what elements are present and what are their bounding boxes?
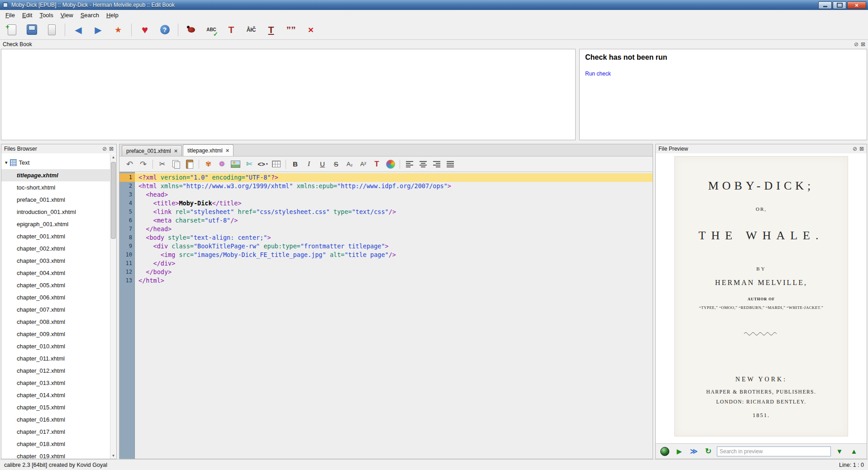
file-item[interactable]: epigraph_001.xhtml (1, 218, 116, 230)
code-line[interactable]: 13</html> (119, 276, 653, 285)
check-splitter[interactable] (576, 49, 579, 140)
file-item[interactable]: chapter_003.xhtml (1, 255, 116, 267)
insert-snippet-icon[interactable]: ❁ (216, 158, 228, 170)
text-color-icon[interactable]: T (371, 158, 383, 170)
preview-search-input[interactable] (717, 446, 831, 456)
subset-fonts-icon[interactable]: T (263, 22, 279, 38)
minimize-button[interactable] (818, 1, 832, 9)
file-item[interactable]: chapter_010.xhtml (1, 340, 116, 352)
paste-icon[interactable] (183, 158, 196, 170)
menu-search[interactable]: Search (77, 11, 103, 19)
tab-close-icon[interactable]: × (226, 147, 229, 154)
menu-file[interactable]: File (2, 11, 19, 19)
code-line[interactable]: 8 <body style="text-align: center;"> (119, 233, 653, 242)
transliterate-icon[interactable]: ÅłČ (243, 22, 259, 38)
back-icon[interactable]: ◀ (70, 22, 86, 38)
code-line[interactable]: 12 </body> (119, 268, 653, 276)
remove-unused-css-icon[interactable]: × (303, 22, 319, 38)
new-file-icon[interactable] (4, 22, 20, 38)
file-item[interactable]: chapter_019.xhtml (1, 450, 116, 459)
special-character-icon[interactable]: ✾ (202, 158, 215, 170)
editor-tab[interactable]: titlepage.xhtml× (183, 144, 234, 156)
code-editor[interactable]: 1<?xml version="1.0" encoding="UTF-8"?>2… (119, 172, 653, 459)
menu-help[interactable]: Help (103, 11, 122, 19)
refresh-preview-icon[interactable]: ↻ (702, 446, 714, 457)
menu-view[interactable]: View (57, 11, 77, 19)
code-line[interactable]: 6 <meta charset="utf-8"/> (119, 216, 653, 225)
file-item[interactable]: toc-short.xhtml (1, 181, 116, 194)
file-item[interactable]: chapter_013.xhtml (1, 377, 116, 389)
superscript-icon[interactable]: A² (357, 158, 369, 170)
code-line[interactable]: 5 <link rel="stylesheet" href="css/style… (119, 208, 653, 216)
files-scrollbar[interactable]: ▲ ▼ (110, 154, 116, 459)
float-dock-icon[interactable]: ⊘ (102, 146, 107, 152)
file-item[interactable]: chapter_012.xhtml (1, 365, 116, 377)
code-line[interactable]: 11 </div> (119, 259, 653, 268)
preview-content[interactable]: MOBY-DICK; OR, THE WHALE. BY HERMAN MELV… (656, 153, 867, 443)
file-item[interactable]: chapter_011.xhtml (1, 352, 116, 365)
file-item[interactable]: chapter_007.xhtml (1, 304, 116, 316)
file-item[interactable]: chapter_014.xhtml (1, 389, 116, 401)
horizontal-splitter[interactable] (0, 140, 868, 144)
underline-icon[interactable]: U (316, 158, 329, 170)
forward-icon[interactable]: ▶ (90, 22, 106, 38)
close-dock-icon[interactable]: ⊠ (861, 41, 865, 47)
code-line[interactable]: 1<?xml version="1.0" encoding="UTF-8"?> (119, 173, 653, 182)
donate-icon[interactable]: ♥ (137, 22, 153, 38)
smarten-punctuation-icon[interactable]: ”” (283, 22, 299, 38)
file-item[interactable]: chapter_001.xhtml (1, 230, 116, 242)
split-file-icon[interactable]: ✄ (243, 158, 255, 170)
insert-tag-icon[interactable]: <>▾ (257, 158, 269, 170)
float-dock-icon[interactable]: ⊘ (853, 146, 857, 152)
insert-image-icon[interactable] (229, 158, 242, 170)
file-item[interactable]: chapter_008.xhtml (1, 316, 116, 328)
check-results-list[interactable] (1, 49, 576, 140)
file-item[interactable]: chapter_009.xhtml (1, 328, 116, 340)
run-preview-icon[interactable]: ▶ (673, 446, 685, 457)
scroll-down-icon[interactable]: ▼ (110, 452, 116, 459)
italic-icon[interactable]: I (303, 158, 315, 170)
bold-icon[interactable]: B (289, 158, 301, 170)
maximize-button[interactable] (833, 1, 846, 9)
code-line[interactable]: 9 <div class="BookTitlePage-rw" epub:typ… (119, 242, 653, 251)
editor-tab[interactable]: preface_001.xhtml× (122, 145, 182, 156)
undo-icon[interactable]: ↶ (124, 158, 136, 170)
file-item[interactable]: titlepage.xhtml (1, 169, 116, 181)
redo-icon[interactable]: ↷ (137, 158, 149, 170)
save-icon[interactable] (24, 22, 40, 38)
book-icon[interactable] (43, 22, 60, 38)
cut-icon[interactable]: ✂ (156, 158, 168, 170)
close-dock-icon[interactable]: ⊠ (109, 146, 114, 152)
search-prev-icon[interactable]: ▲ (848, 446, 860, 457)
subscript-icon[interactable]: A₂ (343, 158, 356, 170)
spellcheck-icon[interactable]: ABC (203, 22, 219, 38)
copy-icon[interactable] (170, 158, 182, 170)
code-line[interactable]: 4 <title>Moby-Dick</title> (119, 199, 653, 208)
strikethrough-icon[interactable]: S (330, 158, 342, 170)
mark-text-icon[interactable]: ★ (110, 22, 126, 38)
tab-close-icon[interactable]: × (174, 147, 178, 154)
embed-fonts-icon[interactable]: T (223, 22, 239, 38)
search-next-icon[interactable]: ▼ (834, 446, 845, 457)
float-dock-icon[interactable]: ⊘ (854, 41, 858, 47)
scrollbar-thumb[interactable] (111, 162, 116, 239)
align-center-icon[interactable] (417, 158, 429, 170)
run-check-link[interactable]: Run check (585, 71, 611, 77)
file-item[interactable]: chapter_017.xhtml (1, 426, 116, 438)
code-line[interactable]: 10 <img src="images/Moby-Dick_FE_title_p… (119, 251, 653, 259)
menu-tools[interactable]: Tools (36, 11, 57, 19)
code-line[interactable]: 3 <head> (119, 190, 653, 199)
menu-edit[interactable]: Edit (19, 11, 36, 19)
tree-root-text[interactable]: ▾ Text (1, 156, 116, 169)
file-item[interactable]: chapter_018.xhtml (1, 438, 116, 450)
file-item[interactable]: preface_001.xhtml (1, 194, 116, 206)
align-left-icon[interactable] (403, 158, 415, 170)
sync-preview-icon[interactable]: ≫ (688, 446, 700, 457)
file-item[interactable]: introduction_001.xhtml (1, 206, 116, 218)
file-item[interactable]: chapter_004.xhtml (1, 267, 116, 279)
code-line[interactable]: 2<html xmlns="http://www.w3.org/1999/xht… (119, 182, 653, 190)
insert-table-icon[interactable] (270, 158, 282, 170)
close-button[interactable]: × (847, 1, 866, 9)
code-line[interactable]: 7 </head> (119, 225, 653, 233)
check-book-icon[interactable] (183, 22, 200, 38)
